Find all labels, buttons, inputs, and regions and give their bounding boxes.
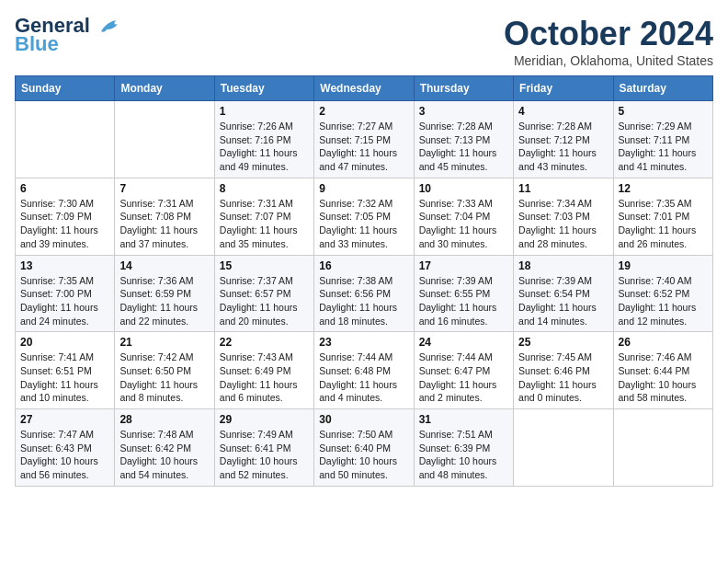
calendar-cell: 24Sunrise: 7:44 AM Sunset: 6:47 PM Dayli…: [414, 332, 513, 409]
day-number: 29: [220, 413, 309, 426]
calendar-cell: 16Sunrise: 7:38 AM Sunset: 6:56 PM Dayli…: [314, 255, 414, 332]
calendar-cell: 29Sunrise: 7:49 AM Sunset: 6:41 PM Dayli…: [214, 409, 313, 487]
calendar-cell: 8Sunrise: 7:31 AM Sunset: 7:07 PM Daylig…: [214, 178, 313, 255]
day-number: 3: [419, 105, 508, 118]
weekday-header-friday: Friday: [514, 76, 613, 101]
day-number: 9: [319, 182, 408, 195]
day-number: 7: [119, 182, 209, 195]
day-number: 8: [220, 182, 309, 195]
calendar-cell: 11Sunrise: 7:34 AM Sunset: 7:03 PM Dayli…: [514, 178, 613, 255]
day-detail: Sunrise: 7:39 AM Sunset: 6:55 PM Dayligh…: [419, 274, 508, 328]
day-detail: Sunrise: 7:49 AM Sunset: 6:41 PM Dayligh…: [220, 428, 309, 482]
calendar-cell: 9Sunrise: 7:32 AM Sunset: 7:05 PM Daylig…: [314, 178, 414, 255]
day-number: 18: [518, 259, 608, 272]
location: Meridian, Oklahoma, United States: [504, 53, 713, 68]
calendar-cell: 26Sunrise: 7:46 AM Sunset: 6:44 PM Dayli…: [613, 332, 712, 409]
calendar-cell: 13Sunrise: 7:35 AM Sunset: 7:00 PM Dayli…: [16, 255, 115, 332]
day-detail: Sunrise: 7:35 AM Sunset: 7:01 PM Dayligh…: [619, 197, 708, 251]
logo-blue: Blue: [15, 32, 59, 55]
day-detail: Sunrise: 7:34 AM Sunset: 7:03 PM Dayligh…: [518, 197, 608, 251]
day-detail: Sunrise: 7:27 AM Sunset: 7:15 PM Dayligh…: [319, 120, 408, 174]
week-row-2: 6Sunrise: 7:30 AM Sunset: 7:09 PM Daylig…: [16, 178, 713, 255]
day-number: 19: [619, 259, 708, 272]
week-row-5: 27Sunrise: 7:47 AM Sunset: 6:43 PM Dayli…: [16, 409, 713, 487]
calendar-cell: 15Sunrise: 7:37 AM Sunset: 6:57 PM Dayli…: [214, 255, 313, 332]
day-number: 1: [220, 105, 309, 118]
day-detail: Sunrise: 7:41 AM Sunset: 6:51 PM Dayligh…: [20, 350, 109, 405]
calendar-cell: [115, 101, 214, 178]
weekday-header-tuesday: Tuesday: [214, 76, 313, 101]
calendar-cell: 31Sunrise: 7:51 AM Sunset: 6:39 PM Dayli…: [414, 409, 513, 487]
calendar-cell: 7Sunrise: 7:31 AM Sunset: 7:08 PM Daylig…: [115, 178, 214, 255]
day-number: 25: [518, 336, 608, 349]
weekday-header-monday: Monday: [115, 76, 214, 101]
header-area: General Blue October 2024 Meridian, Okla…: [15, 15, 713, 68]
day-number: 20: [20, 336, 109, 349]
calendar-cell: [16, 101, 115, 178]
day-number: 6: [20, 182, 109, 195]
day-detail: Sunrise: 7:32 AM Sunset: 7:05 PM Dayligh…: [319, 197, 408, 251]
day-number: 2: [319, 105, 408, 118]
day-number: 31: [419, 413, 508, 426]
day-number: 11: [518, 182, 608, 195]
calendar-cell: [613, 409, 712, 487]
weekday-header-row: SundayMondayTuesdayWednesdayThursdayFrid…: [16, 76, 713, 101]
day-number: 12: [619, 182, 708, 195]
weekday-header-saturday: Saturday: [613, 76, 712, 101]
day-detail: Sunrise: 7:30 AM Sunset: 7:09 PM Dayligh…: [20, 197, 109, 251]
calendar-cell: 27Sunrise: 7:47 AM Sunset: 6:43 PM Dayli…: [16, 409, 115, 487]
day-number: 24: [419, 336, 508, 349]
title-area: October 2024 Meridian, Oklahoma, United …: [504, 15, 713, 68]
month-title: October 2024: [504, 15, 713, 53]
day-number: 5: [619, 105, 708, 118]
day-detail: Sunrise: 7:36 AM Sunset: 6:59 PM Dayligh…: [119, 274, 209, 328]
week-row-4: 20Sunrise: 7:41 AM Sunset: 6:51 PM Dayli…: [16, 332, 713, 409]
calendar-cell: 4Sunrise: 7:28 AM Sunset: 7:12 PM Daylig…: [514, 101, 613, 178]
day-number: 27: [20, 413, 109, 426]
day-detail: Sunrise: 7:50 AM Sunset: 6:40 PM Dayligh…: [319, 428, 408, 482]
calendar-cell: 1Sunrise: 7:26 AM Sunset: 7:16 PM Daylig…: [214, 101, 313, 178]
day-number: 30: [319, 413, 408, 426]
day-detail: Sunrise: 7:37 AM Sunset: 6:57 PM Dayligh…: [220, 274, 309, 328]
day-detail: Sunrise: 7:29 AM Sunset: 7:11 PM Dayligh…: [619, 120, 708, 174]
day-detail: Sunrise: 7:44 AM Sunset: 6:47 PM Dayligh…: [419, 350, 508, 405]
week-row-1: 1Sunrise: 7:26 AM Sunset: 7:16 PM Daylig…: [16, 101, 713, 178]
calendar-cell: 2Sunrise: 7:27 AM Sunset: 7:15 PM Daylig…: [314, 101, 414, 178]
day-detail: Sunrise: 7:35 AM Sunset: 7:00 PM Dayligh…: [20, 274, 109, 328]
calendar-table: SundayMondayTuesdayWednesdayThursdayFrid…: [15, 75, 713, 487]
calendar-cell: 19Sunrise: 7:40 AM Sunset: 6:52 PM Dayli…: [613, 255, 712, 332]
day-detail: Sunrise: 7:28 AM Sunset: 7:13 PM Dayligh…: [419, 120, 508, 174]
logo: General Blue: [15, 15, 123, 55]
day-number: 17: [419, 259, 508, 272]
weekday-header-wednesday: Wednesday: [314, 76, 414, 101]
day-detail: Sunrise: 7:48 AM Sunset: 6:42 PM Dayligh…: [119, 428, 209, 482]
day-number: 13: [20, 259, 109, 272]
day-detail: Sunrise: 7:31 AM Sunset: 7:07 PM Dayligh…: [220, 197, 309, 251]
calendar-cell: [514, 409, 613, 487]
week-row-3: 13Sunrise: 7:35 AM Sunset: 7:00 PM Dayli…: [16, 255, 713, 332]
calendar-cell: 25Sunrise: 7:45 AM Sunset: 6:46 PM Dayli…: [514, 332, 613, 409]
calendar-cell: 21Sunrise: 7:42 AM Sunset: 6:50 PM Dayli…: [115, 332, 214, 409]
calendar-cell: 12Sunrise: 7:35 AM Sunset: 7:01 PM Dayli…: [613, 178, 712, 255]
day-detail: Sunrise: 7:47 AM Sunset: 6:43 PM Dayligh…: [20, 428, 109, 482]
calendar-cell: 23Sunrise: 7:44 AM Sunset: 6:48 PM Dayli…: [314, 332, 414, 409]
logo-bird-icon: [97, 18, 123, 35]
day-number: 22: [220, 336, 309, 349]
day-detail: Sunrise: 7:39 AM Sunset: 6:54 PM Dayligh…: [518, 274, 608, 328]
day-detail: Sunrise: 7:45 AM Sunset: 6:46 PM Dayligh…: [518, 350, 608, 405]
day-number: 14: [119, 259, 209, 272]
day-detail: Sunrise: 7:31 AM Sunset: 7:08 PM Dayligh…: [119, 197, 209, 251]
day-number: 26: [619, 336, 708, 349]
day-number: 28: [119, 413, 209, 426]
calendar-cell: 20Sunrise: 7:41 AM Sunset: 6:51 PM Dayli…: [16, 332, 115, 409]
day-detail: Sunrise: 7:33 AM Sunset: 7:04 PM Dayligh…: [419, 197, 508, 251]
day-detail: Sunrise: 7:40 AM Sunset: 6:52 PM Dayligh…: [619, 274, 708, 328]
day-detail: Sunrise: 7:26 AM Sunset: 7:16 PM Dayligh…: [220, 120, 309, 174]
day-detail: Sunrise: 7:38 AM Sunset: 6:56 PM Dayligh…: [319, 274, 408, 328]
day-number: 21: [119, 336, 209, 349]
day-detail: Sunrise: 7:42 AM Sunset: 6:50 PM Dayligh…: [119, 350, 209, 405]
day-number: 4: [518, 105, 608, 118]
day-detail: Sunrise: 7:51 AM Sunset: 6:39 PM Dayligh…: [419, 428, 508, 482]
calendar-cell: 6Sunrise: 7:30 AM Sunset: 7:09 PM Daylig…: [16, 178, 115, 255]
calendar-cell: 18Sunrise: 7:39 AM Sunset: 6:54 PM Dayli…: [514, 255, 613, 332]
